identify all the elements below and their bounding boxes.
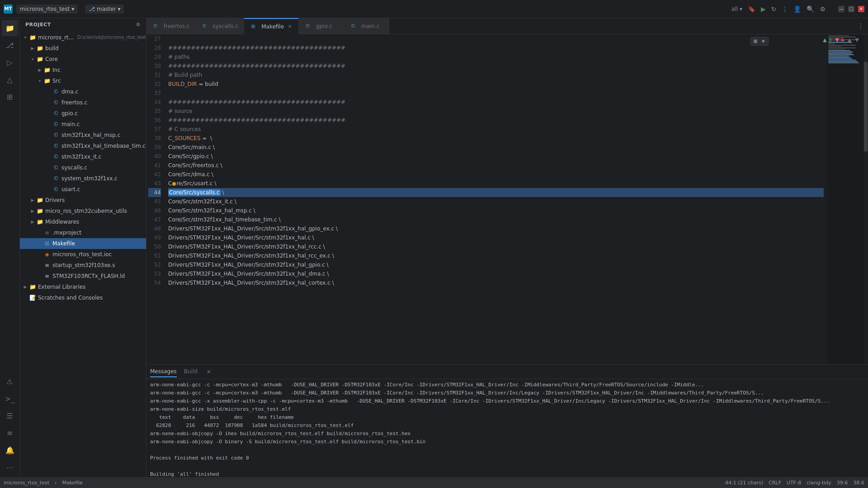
spacer xyxy=(45,88,52,95)
folder-icon: 📁 xyxy=(29,34,36,41)
status-clang-tidy[interactable]: clang-tidy xyxy=(807,480,831,486)
tree-item-startup[interactable]: ≡ startup_stm32f103xe.s xyxy=(20,260,146,271)
terminal-line: arm-none-eabi-gcc -c -mcpu=cortex-m3 -mt… xyxy=(150,389,864,397)
tree-item-middlewares[interactable]: ▶ 📁 Middlewares xyxy=(20,216,146,227)
tree-item-build[interactable]: ▶ 📁 build xyxy=(20,43,146,54)
tab-overflow-button[interactable]: ⋮ xyxy=(854,22,868,30)
c-file-icon: © xyxy=(52,186,60,193)
code-line-47: Core/Src/stm32f1xx_hal_timebase_tim.c \ xyxy=(168,215,824,224)
run-debug-icon[interactable]: ▷ xyxy=(2,54,18,70)
tab-freertos[interactable]: © freertos.c xyxy=(146,18,195,34)
scroll-up-icon[interactable]: ▲ xyxy=(848,37,851,43)
tree-item-system[interactable]: © system_stm32f1xx.c xyxy=(20,173,146,184)
more-icon[interactable]: ⋮ xyxy=(782,5,788,13)
scrollbar-thumb[interactable] xyxy=(864,61,868,152)
tree-item-usart[interactable]: © usart.c xyxy=(20,184,146,195)
code-line-49: Drivers/STM32F1xx_HAL_Driver/Src/stm32f1… xyxy=(168,233,824,242)
minimap-line xyxy=(828,52,853,52)
tree-item-scratches[interactable]: 📝 Scratches and Consoles xyxy=(20,292,146,303)
code-line-29: # paths xyxy=(168,52,824,61)
tab-makefile[interactable]: ⊞ Makefile ✕ xyxy=(244,18,299,34)
folder-icon: 📁 xyxy=(36,56,43,63)
status-file[interactable]: Makefile xyxy=(62,480,83,486)
tree-item-makefile[interactable]: ⊞ Makefile xyxy=(20,238,146,249)
editor-scrollbar[interactable] xyxy=(863,34,868,364)
bookmark-icon[interactable]: 🔖 xyxy=(748,5,755,13)
code-line-48: Drivers/STM32F1xx_HAL_Driver/Src/stm32f1… xyxy=(168,224,824,233)
minimap-line xyxy=(828,35,849,36)
minimap-line xyxy=(828,53,852,54)
tree-item-stm32-tim[interactable]: © stm32f1xx_hal_timebase_tim.c xyxy=(20,141,146,151)
scroll-down-icon[interactable]: ▼ xyxy=(855,37,859,43)
sidebar-settings-icon[interactable]: ⚙ xyxy=(136,22,141,28)
inline-diff-box: ⊞ ✕ xyxy=(750,37,769,46)
tree-item-mxproject[interactable]: ≡ .mxproject xyxy=(20,227,146,238)
diff-panel-icon: ⊞ xyxy=(754,38,758,44)
all-dropdown[interactable]: all ▾ xyxy=(731,6,742,12)
status-left: microros_rtos_test › Makefile xyxy=(4,480,83,486)
close-tab-icon[interactable]: ✕ xyxy=(207,369,211,375)
status-project[interactable]: microros_rtos_test xyxy=(4,480,49,486)
search-icon[interactable]: 🔍 xyxy=(807,5,814,13)
close-button[interactable]: ✕ xyxy=(858,6,864,12)
more-tools-icon[interactable]: ⋯ xyxy=(2,459,18,475)
hierarchy-icon[interactable]: ≡ xyxy=(2,425,18,441)
close-diff-icon[interactable]: ✕ xyxy=(761,38,765,44)
status-git[interactable]: 38.6 xyxy=(854,480,865,486)
status-line-ending[interactable]: CRLF xyxy=(769,480,781,486)
expand-arrow: ▶ xyxy=(36,66,43,74)
project-selector[interactable]: microros_rtos_test ▾ xyxy=(16,5,78,14)
tab-gpio[interactable]: © gpio.c xyxy=(299,18,344,34)
project-tree-icon[interactable]: 📁 xyxy=(2,20,18,36)
minimap-line xyxy=(828,49,845,50)
c-file-icon: © xyxy=(52,121,60,128)
tab-messages[interactable]: Messages xyxy=(150,366,177,377)
notifications-icon[interactable]: 🔔 xyxy=(2,442,18,458)
tree-item-linker[interactable]: ≡ STM32F103RCTx_FLASH.ld xyxy=(20,271,146,282)
tree-item-ext-libs[interactable]: ▶ 📁 External Libraries xyxy=(20,282,146,292)
status-indent[interactable]: 39:6 xyxy=(837,480,848,486)
code-area[interactable]: ####################################### … xyxy=(165,34,827,364)
code-line-45: Core/Src/stm32f1xx_it.c \ xyxy=(168,197,824,206)
plugins-icon[interactable]: ⊞ xyxy=(2,89,18,105)
run-icon[interactable]: ▶ xyxy=(761,5,766,13)
account-icon[interactable]: 👤 xyxy=(793,5,801,13)
commit-icon[interactable]: ⎇ xyxy=(2,37,18,53)
minimap-line xyxy=(828,62,859,63)
tree-item-root[interactable]: ▾ 📁 microros_rtos_test D:\clion\obj\micr… xyxy=(20,32,146,43)
tree-item-micro-ros[interactable]: ▶ 📁 micro_ros_stm32cubemx_utils xyxy=(20,206,146,216)
tree-item-gpio[interactable]: © gpio.c xyxy=(20,108,146,119)
tree-item-main[interactable]: © main.c xyxy=(20,119,146,130)
tree-item-dma[interactable]: © dma.c xyxy=(20,86,146,97)
tree-item-stm32-it[interactable]: © stm32f1xx_it.c xyxy=(20,151,146,162)
tree-label: stm32f1xx_hal_timebase_tim.c xyxy=(61,141,146,150)
settings-icon[interactable]: ⚙ xyxy=(820,5,826,13)
tree-item-core[interactable]: ▾ 📁 Core xyxy=(20,54,146,65)
tab-syscalls[interactable]: © syscalls.c xyxy=(195,18,244,34)
makefile-icon: ⊞ xyxy=(43,240,51,247)
structure-icon[interactable]: ☰ xyxy=(2,408,18,424)
tree-item-freertos[interactable]: © freertos.c xyxy=(20,97,146,108)
tree-item-stm32-msp[interactable]: © stm32f1xx_hal_msp.c xyxy=(20,130,146,141)
maximize-button[interactable]: □ xyxy=(848,6,854,12)
refresh-icon[interactable]: ↻ xyxy=(771,5,777,13)
code-line-31: # Build path xyxy=(168,70,824,80)
tree-label: Middlewares xyxy=(45,217,79,226)
spacer xyxy=(45,110,52,117)
status-position[interactable]: 44:1 (21 chars) xyxy=(725,480,763,486)
tree-item-inc[interactable]: ▶ 📁 Inc xyxy=(20,65,146,75)
terminal-icon[interactable]: >_ xyxy=(2,390,18,407)
tree-item-syscalls[interactable]: © syscalls.c xyxy=(20,162,146,173)
tree-item-ioc[interactable]: ◈ microros_rtos_test.ioc xyxy=(20,249,146,260)
tree-item-drivers[interactable]: ▶ 📁 Drivers xyxy=(20,195,146,206)
cmake-icon[interactable]: △ xyxy=(2,71,18,88)
branch-selector[interactable]: ⎇ master ▾ xyxy=(85,5,124,14)
problems-icon[interactable]: ⚠ xyxy=(2,373,18,389)
minimize-button[interactable]: — xyxy=(838,6,844,12)
tab-main[interactable]: © main.c xyxy=(344,18,389,34)
tab-close-button[interactable]: ✕ xyxy=(287,23,293,30)
tree-label: stm32f1xx_it.c xyxy=(61,152,101,161)
tab-build[interactable]: Build xyxy=(184,366,198,377)
tree-item-src[interactable]: ▾ 📁 Src xyxy=(20,75,146,86)
status-encoding[interactable]: UTF-8 xyxy=(787,480,801,486)
